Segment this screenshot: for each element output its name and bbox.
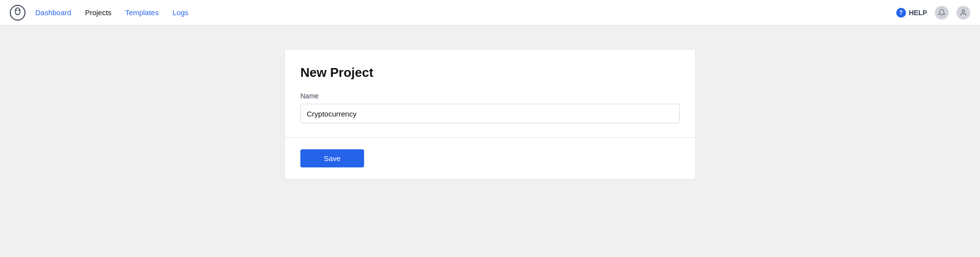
nav-projects[interactable]: Projects — [85, 8, 111, 17]
help-button[interactable]: ? HELP — [896, 8, 927, 18]
logo[interactable] — [10, 5, 25, 21]
card-title: New Project — [300, 65, 680, 80]
project-name-input[interactable] — [300, 104, 680, 123]
new-project-card: New Project Name Save — [284, 49, 696, 180]
nav-links: Dashboard Projects Templates Logs — [35, 8, 188, 17]
nav-dashboard[interactable]: Dashboard — [35, 8, 71, 17]
nav-logs[interactable]: Logs — [172, 8, 189, 17]
main-content: New Project Name Save — [0, 25, 980, 257]
nav-templates[interactable]: Templates — [125, 8, 159, 17]
form-name-group: Name — [300, 92, 680, 123]
name-label: Name — [300, 92, 680, 100]
card-top: New Project Name — [285, 49, 695, 137]
navbar: Dashboard Projects Templates Logs ? HELP — [0, 0, 980, 25]
svg-point-3 — [19, 9, 20, 11]
card-bottom: Save — [285, 138, 695, 179]
save-button[interactable]: Save — [300, 149, 364, 167]
help-icon: ? — [896, 8, 906, 18]
user-icon — [959, 9, 967, 17]
user-button[interactable] — [956, 6, 970, 20]
svg-point-2 — [16, 9, 17, 11]
navbar-right: ? HELP — [896, 6, 970, 20]
svg-point-4 — [962, 10, 964, 12]
bell-icon — [938, 9, 946, 17]
help-label: HELP — [909, 9, 927, 17]
notification-button[interactable] — [935, 6, 949, 20]
